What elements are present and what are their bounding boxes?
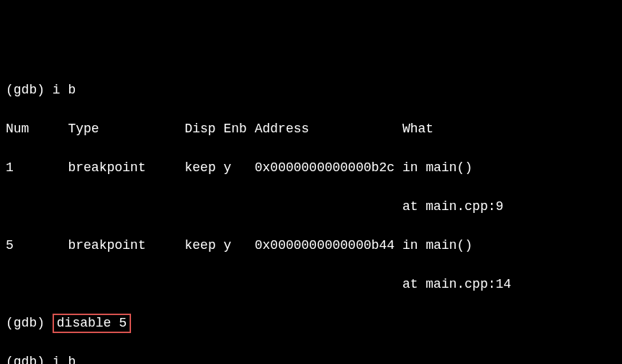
- gdb-command: i b: [53, 355, 76, 364]
- gdb-line[interactable]: (gdb) i b: [6, 352, 616, 364]
- bp-num: 1: [6, 160, 14, 175]
- col-enb: Enb: [224, 122, 247, 136]
- gdb-prompt: (gdb): [6, 316, 53, 330]
- col-addr: Address: [255, 122, 310, 136]
- bp-disp: keep: [184, 238, 215, 252]
- bp-what: in main(): [402, 238, 472, 252]
- gdb-prompt: (gdb): [6, 355, 53, 364]
- bp-enb: y: [224, 238, 232, 252]
- bp-num: 5: [6, 238, 14, 252]
- bp-at: at main.cpp:9: [402, 199, 503, 214]
- bp-header: Num Type Disp Enb Address What: [6, 119, 616, 139]
- col-disp: Disp: [184, 122, 215, 136]
- col-type: Type: [68, 122, 99, 136]
- gdb-line[interactable]: (gdb) disable 5: [6, 314, 616, 333]
- bp-what: in main(): [402, 160, 472, 175]
- bp-addr: 0x0000000000000b44: [255, 238, 395, 252]
- bp-row-cont: at main.cpp:14: [6, 275, 616, 294]
- gdb-line[interactable]: (gdb) i b: [6, 81, 616, 100]
- bp-disp: keep: [184, 160, 215, 175]
- bp-type: breakpoint: [68, 238, 145, 252]
- col-what: What: [402, 122, 433, 136]
- bp-type: breakpoint: [68, 160, 145, 175]
- disable-command-highlight: disable 5: [53, 314, 131, 333]
- bp-at: at main.cpp:14: [402, 277, 511, 291]
- bp-row: 1 breakpoint keep y 0x0000000000000b2c i…: [6, 158, 616, 178]
- col-num: Num: [6, 122, 29, 136]
- gdb-prompt: (gdb): [6, 83, 53, 97]
- bp-addr: 0x0000000000000b2c: [255, 160, 395, 175]
- bp-enb: y: [224, 160, 232, 175]
- bp-row: 5 breakpoint keep y 0x0000000000000b44 i…: [6, 236, 616, 255]
- bp-row-cont: at main.cpp:9: [6, 197, 616, 217]
- gdb-command: i b: [53, 83, 76, 97]
